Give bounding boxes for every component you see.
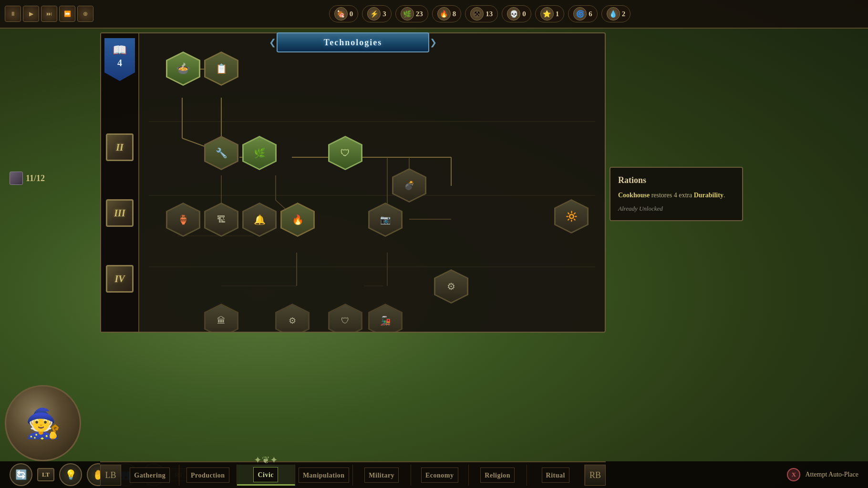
tab-ritual-label: Ritual (542, 468, 569, 483)
skulls-count: 0 (522, 10, 526, 18)
tools-icon: ⚒ (470, 7, 484, 20)
refresh-button[interactable]: 🔄 (10, 463, 32, 486)
plant-icon: 🌿 (401, 7, 414, 20)
tools-count: 13 (486, 10, 493, 18)
food-count: 0 (350, 10, 353, 18)
magic-icon: 🌀 (573, 7, 587, 20)
tooltip-panel: Rations Cookhouse restores 4 extra Durab… (610, 167, 743, 221)
skulls-icon: 💀 (507, 7, 520, 20)
tech-tree: 🍲 📋 🔧 🌿 (149, 43, 595, 322)
node-engine[interactable]: ⚙ (275, 304, 308, 332)
resource-energy: ⚡ 3 (362, 5, 392, 22)
water-icon: 💧 (607, 7, 620, 20)
node-workshop[interactable]: 🔧 (204, 136, 237, 168)
node-building[interactable]: 🏗 (204, 203, 237, 235)
x-label: X (792, 471, 796, 478)
node-campfire-right[interactable]: 🔆 (554, 199, 587, 232)
water-count: 2 (622, 10, 626, 18)
tab-nav-right[interactable]: RB (585, 465, 606, 486)
civic-ornament: ✦❦✦ (254, 454, 278, 466)
character-portrait[interactable]: 🧙 (5, 385, 81, 461)
tab-manipulation[interactable]: Manipulation (295, 465, 353, 486)
tier-3-badge: III (106, 199, 134, 227)
tooltip-title: Rations (618, 175, 734, 185)
node-cookhouse[interactable]: 🍲 (166, 51, 198, 84)
resource-bar: 🍖 0 ⚡ 3 🌿 23 🔥 8 ⚒ 13 💀 0 ⭐ 1 🌀 6 (329, 5, 631, 22)
tab-gathering[interactable]: Gathering (121, 465, 179, 486)
book-icon: 📖 (113, 43, 127, 57)
top-hud: ⏸ ▶ ⏭ ⏩ ⊕ 🍖 0 ⚡ 3 🌿 23 🔥 8 ⚒ 13 💀 0 (0, 0, 868, 29)
action-group-right: X Attempt Auto-Place (787, 468, 858, 481)
food-icon: 🍖 (334, 7, 348, 20)
node-gauge[interactable]: ⚙ (434, 269, 466, 302)
tech-title-bar: ❮ Technologies ❯ (277, 32, 429, 52)
tab-civic-label: Civic (253, 467, 278, 482)
tier-4-badge: IV (106, 265, 134, 293)
resource-tools: ⚒ 13 (465, 5, 498, 22)
book-badge[interactable]: 📖 4 (104, 38, 135, 81)
node-bell[interactable]: 🔔 (242, 203, 275, 235)
fire-count: 8 (453, 10, 456, 18)
tab-economy[interactable]: Economy (411, 465, 469, 486)
fire-icon: 🔥 (437, 7, 451, 20)
add-button[interactable]: ⊕ (77, 6, 93, 22)
cube-icon (10, 172, 23, 185)
rb-label: RB (589, 470, 601, 480)
lightbulb-button[interactable]: 💡 (59, 463, 82, 486)
magic-count: 6 (589, 10, 592, 18)
node-shield[interactable]: 🛡 (328, 136, 361, 168)
tech-panel: ❮ Technologies ❯ 📖 4 II III IV (100, 32, 606, 333)
lb-label: LB (105, 470, 116, 480)
counter-badge: 11/12 (10, 172, 45, 185)
tab-gathering-label: Gathering (130, 468, 170, 483)
tooltip-keyword-durability: Durability (694, 192, 723, 199)
node-cannon[interactable]: 💣 (392, 168, 424, 201)
plant-count: 23 (416, 10, 423, 18)
resource-plant: 🌿 23 (395, 5, 428, 22)
node-shield2[interactable]: 🛡 (328, 304, 361, 332)
tooltip-keyword-cookhouse: Cookhouse (618, 192, 650, 199)
left-panel: 11/12 🧙 (0, 29, 105, 461)
tab-religion[interactable]: Religion (469, 465, 527, 486)
tab-military[interactable]: Military (353, 465, 411, 486)
node-herbs[interactable]: 🌿 (242, 136, 275, 168)
tooltip-status: Already Unlocked (618, 205, 734, 213)
play-button[interactable]: ▶ (23, 6, 39, 22)
tab-religion-label: Religion (480, 468, 515, 483)
fast-forward-button[interactable]: ⏩ (59, 6, 75, 22)
energy-icon: ⚡ (367, 7, 381, 20)
tooltip-desc-middle: restores 4 extra (650, 192, 694, 199)
node-camera[interactable]: 📷 (368, 203, 401, 235)
skip-button[interactable]: ⏭ (41, 6, 57, 22)
resource-stars: ⭐ 1 (535, 5, 565, 22)
bottom-tabs: LB Gathering Production ✦❦✦ Civic Manipu… (100, 461, 606, 488)
tab-production-label: Production (186, 468, 229, 483)
tab-civic[interactable]: ✦❦✦ Civic (237, 465, 295, 486)
tab-nav-left[interactable]: LB (100, 465, 121, 486)
book-count: 4 (117, 58, 122, 69)
tech-sidebar: 📖 4 II III IV (101, 33, 139, 332)
tab-military-label: Military (364, 468, 399, 483)
stars-count: 1 (556, 10, 559, 18)
tab-production[interactable]: Production (179, 465, 238, 486)
attempt-label: Attempt Auto-Place (805, 471, 858, 478)
node-pillar[interactable]: 🏛 (204, 304, 237, 332)
energy-count: 3 (382, 10, 386, 18)
resource-magic: 🌀 6 (568, 5, 598, 22)
tech-content: 🍲 📋 🔧 🌿 (139, 33, 605, 332)
resource-water: 💧 2 (601, 5, 631, 22)
node-train[interactable]: 🚂 (368, 304, 401, 332)
tab-economy-label: Economy (421, 468, 458, 483)
tab-manipulation-label: Manipulation (299, 468, 349, 483)
tier-2-badge: II (106, 133, 134, 161)
node-scroll[interactable]: 📋 (204, 51, 237, 84)
node-cauldron[interactable]: 🏺 (166, 203, 198, 235)
x-button[interactable]: X (787, 468, 800, 481)
pause-button[interactable]: ⏸ (5, 6, 21, 22)
tab-ritual[interactable]: Ritual (527, 465, 585, 486)
playback-controls: ⏸ ▶ ⏭ ⏩ ⊕ (5, 6, 93, 22)
resource-food: 🍖 0 (329, 5, 359, 22)
lt-badge[interactable]: LT (37, 468, 54, 481)
node-rations-fire[interactable]: 🔥 (280, 203, 313, 235)
tech-panel-title: Technologies (324, 38, 382, 48)
